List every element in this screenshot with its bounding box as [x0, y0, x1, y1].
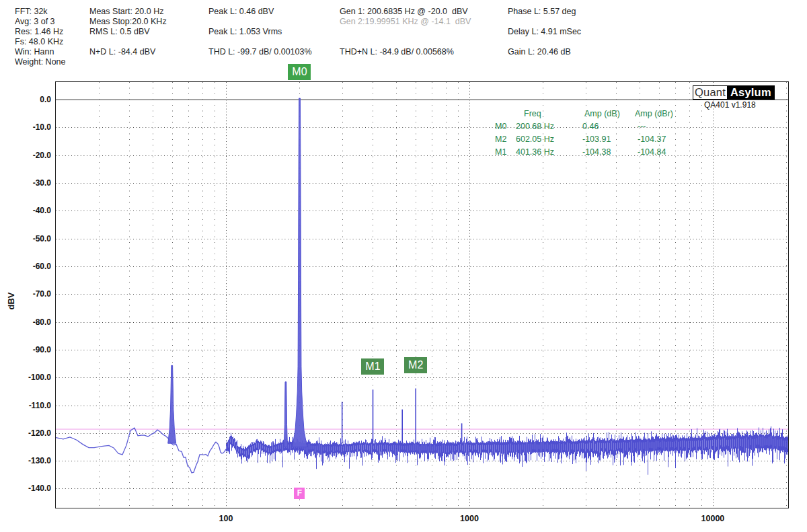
y-tick-label: -10.0: [0, 122, 51, 132]
header-line: Meas Stop:20.0 KHz: [89, 17, 167, 27]
y-tick-label: -100.0: [0, 373, 51, 382]
marker-table-row-m0: M0200.68 Hz0.46---: [495, 120, 697, 133]
quantasylum-logo: Quant Asylum: [693, 85, 775, 100]
marker-table-cell: M1: [495, 146, 506, 159]
header-line: [508, 17, 581, 27]
header-line: [208, 37, 312, 47]
marker-table-cell: -104.37: [638, 133, 666, 146]
y-tick-label: -80.0: [0, 317, 51, 327]
header-line: [208, 17, 312, 27]
header-line: Meas Start: 20.0 Hz: [89, 7, 167, 17]
header-line: Delay L: 4.91 mSec: [508, 27, 581, 37]
y-tick-label: -130.0: [0, 456, 51, 465]
marker-table-header-cell: Amp (dB): [584, 108, 620, 120]
header-line: Avg: 3 of 3: [15, 17, 66, 27]
marker-table-row-m1: M1401.36 Hz-104.38-104.84: [495, 146, 697, 159]
header-line: [340, 27, 471, 37]
header-column-peak-readings: Peak L: 0.46 dBV Peak L: 1.053 Vrms THD …: [208, 7, 312, 57]
y-tick-label: -50.0: [0, 234, 51, 243]
header-line: Gen 2:19.99951 KHz @ -14.1 dBV: [340, 17, 471, 27]
marker-table-cell: M0: [495, 120, 506, 133]
marker-table-cell: ---: [638, 120, 646, 133]
marker-table-header: FreqAmp (dB)Amp (dBr): [495, 108, 697, 120]
header-column-measurement: Meas Start: 20.0 HzMeas Stop:20.0 KHzRMS…: [89, 7, 167, 57]
header-line: THD L: -99.7 dB/ 0.00103%: [208, 47, 312, 57]
marker-table-cell: M2: [495, 133, 506, 146]
y-tick-label: -120.0: [0, 428, 51, 438]
marker-badge-f: F: [294, 488, 305, 499]
x-tick-label: 100: [219, 514, 233, 524]
header-line: Phase L: 5.57 deg: [508, 7, 581, 17]
marker-badge-m0: M0: [288, 64, 311, 80]
x-tick-label: 1000: [460, 514, 479, 524]
marker-table-cell: 401.36 Hz: [516, 146, 554, 159]
header-line: Gen 1: 200.6835 Hz @ -20.0 dBV: [340, 7, 471, 17]
header-line: [89, 37, 167, 47]
header-column-phase-delay-gain: Phase L: 5.57 deg Delay L: 4.91 mSec Gai…: [508, 7, 581, 57]
header-line: FFT: 32k: [15, 7, 66, 17]
y-tick-label: -140.0: [0, 484, 51, 493]
marker-table-cell: 0.46: [582, 120, 599, 133]
y-tick-label: -20.0: [0, 151, 51, 160]
header-line: [340, 37, 471, 47]
marker-badge-m2: M2: [404, 357, 427, 373]
marker-table-header-cell: Freq: [524, 108, 541, 120]
y-tick-label: -40.0: [0, 206, 51, 215]
logo-asylum: Asylum: [728, 85, 775, 100]
marker-table-cell: -103.91: [582, 133, 611, 146]
marker-table-cell: 200.68 Hz: [516, 120, 554, 133]
header-line: Peak L: 0.46 dBV: [208, 7, 312, 17]
logo-quant: Quant: [693, 85, 728, 100]
header-line: N+D L: -84.4 dBV: [89, 47, 167, 57]
header-line: Weight: None: [15, 57, 66, 67]
y-tick-label: -70.0: [0, 289, 51, 299]
marker-table-row-m2: M2602.05 Hz-103.91-104.37: [495, 133, 697, 146]
y-tick-label: -110.0: [0, 401, 51, 410]
marker-readout-table: FreqAmp (dB)Amp (dBr)M0200.68 Hz0.46---M…: [495, 108, 697, 159]
x-tick-label: 10000: [701, 514, 725, 524]
header-line: Gain L: 20.46 dB: [508, 47, 581, 57]
header-line: Win: Hann: [15, 47, 66, 57]
header-line: Peak L: 1.053 Vrms: [208, 27, 312, 37]
marker-badge-m1: M1: [361, 358, 384, 375]
marker-table-header-cell: Amp (dBr): [635, 108, 673, 120]
marker-table-cell: 602.05 Hz: [516, 133, 554, 146]
header-line: [508, 37, 581, 47]
app-version: QA401 v1.918: [704, 100, 756, 110]
y-tick-label: -30.0: [0, 178, 51, 188]
y-tick-label: 0.0: [0, 95, 51, 104]
header-line: THD+N L: -84.9 dB/ 0.00568%: [340, 47, 471, 57]
header-line: RMS L: 0.5 dBV: [89, 27, 167, 37]
marker-table-cell: -104.38: [582, 146, 611, 159]
y-tick-label: -90.0: [0, 345, 51, 354]
qa401-analyzer-window: { "app": { "logo_left": "Quant", "logo_r…: [0, 0, 807, 532]
marker-table-cell: -104.84: [638, 146, 666, 159]
header-line: Fs: 48.0 KHz: [15, 37, 66, 47]
y-tick-label: -60.0: [0, 262, 51, 271]
header-column-generator: Gen 1: 200.6835 Hz @ -20.0 dBVGen 2:19.9…: [340, 7, 471, 57]
y-axis-title: dBV: [6, 281, 16, 321]
header-column-acquisition: FFT: 32kAvg: 3 of 3Res: 1.46 HzFs: 48.0 …: [15, 7, 66, 67]
header-line: Res: 1.46 Hz: [15, 27, 66, 37]
